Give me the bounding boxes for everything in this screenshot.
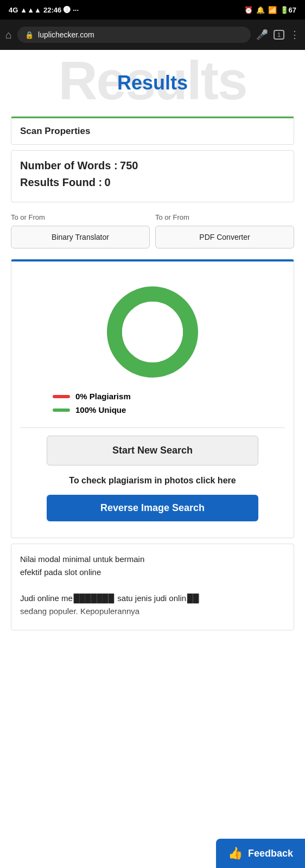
bottom-text-line-1: Nilai modal minimal untuk bermain [20, 553, 285, 566]
unique-legend-item: 100% Unique [53, 405, 126, 414]
alarm-icon: ⏰ [244, 6, 253, 14]
unique-label: 100% Unique [75, 405, 126, 414]
binary-translator-col: To or From Binary Translator [11, 213, 150, 248]
tools-row: To or From Binary Translator To or From … [0, 208, 305, 254]
signal-icon: 4G [9, 6, 18, 14]
scan-properties-header: Scan Properties [11, 117, 294, 144]
start-new-search-button[interactable]: Start New Search [47, 436, 258, 465]
dots: ··· [73, 6, 79, 14]
plagiarism-legend-dot [53, 395, 70, 398]
feedback-button[interactable]: 👍 Feedback [216, 839, 305, 868]
results-found-value: 0 [105, 176, 111, 188]
word-count-label: Number of Words : [20, 159, 118, 171]
results-title: Results [11, 72, 294, 94]
browser-bar: ⌂ 🔒 luplichecker.com 🎤 1 ⋮ [0, 20, 305, 50]
results-found-stat: Results Found : 0 [20, 176, 285, 189]
chart-legend: 0% Plagiarism 100% Unique [20, 386, 285, 420]
url-bar[interactable]: 🔒 luplichecker.com [17, 27, 251, 43]
donut-chart [104, 283, 201, 381]
feedback-label: Feedback [248, 848, 293, 859]
plagiarism-label: 0% Plagiarism [75, 392, 131, 401]
plagiarism-legend-item: 0% Plagiarism [53, 392, 131, 401]
bottom-text-line-3: Judi online me███████ satu jenis judi on… [20, 592, 285, 605]
page-content: Results Results Scan Properties Number o… [0, 50, 305, 868]
carrier-icon: 🅢 [63, 6, 71, 14]
bottom-text-line-4: sedang populer. Kepopulerannya [20, 605, 285, 618]
lock-icon: 🔒 [25, 31, 34, 39]
bottom-text-line-2: efektif pada slot online [20, 566, 285, 579]
wifi-icon: 📶 [268, 6, 277, 14]
pdf-converter-col: To or From PDF Converter [155, 213, 294, 248]
unique-legend-dot [53, 409, 70, 412]
bottom-content-card: Nilai modal minimal untuk bermain efekti… [11, 544, 294, 630]
status-left: 4G ▲▲▲ 22:46 🅢 ··· [9, 6, 79, 14]
reverse-image-search-button[interactable]: Reverse Image Search [47, 495, 258, 521]
battery-icon: 🔋67 [280, 6, 296, 14]
microphone-icon[interactable]: 🎤 [256, 29, 268, 41]
word-count-value: 750 [120, 159, 138, 171]
svg-point-1 [122, 302, 183, 362]
donut-chart-container [20, 272, 285, 386]
status-right: ⏰ 🔔 📶 🔋67 [244, 6, 296, 14]
feedback-icon: 👍 [228, 846, 243, 860]
plagiarism-results-card: 0% Plagiarism 100% Unique Start New Sear… [11, 259, 294, 538]
word-count-stat: Number of Words : 750 [20, 159, 285, 172]
status-bar: 4G ▲▲▲ 22:46 🅢 ··· ⏰ 🔔 📶 🔋67 [0, 0, 305, 20]
binary-translator-button[interactable]: Binary Translator [11, 226, 150, 248]
time: 22:46 [43, 6, 61, 14]
pdf-converter-button[interactable]: PDF Converter [155, 226, 294, 248]
divider [20, 427, 285, 428]
home-icon[interactable]: ⌂ [5, 29, 12, 41]
photo-check-text: To check plagiarism in photos click here [20, 474, 285, 487]
results-found-label: Results Found : [20, 176, 102, 188]
binary-label: To or From [11, 213, 45, 221]
scan-stats-card: Number of Words : 750 Results Found : 0 [11, 150, 294, 202]
notification-icon: 🔔 [256, 6, 265, 14]
pdf-label: To or From [155, 213, 189, 221]
scan-properties-card: Scan Properties [11, 116, 294, 145]
tab-count[interactable]: 1 [274, 30, 284, 40]
signal-bars: ▲▲▲ [20, 6, 41, 14]
url-text: luplichecker.com [38, 30, 243, 39]
results-header: Results Results [0, 50, 305, 111]
menu-icon[interactable]: ⋮ [290, 29, 300, 41]
